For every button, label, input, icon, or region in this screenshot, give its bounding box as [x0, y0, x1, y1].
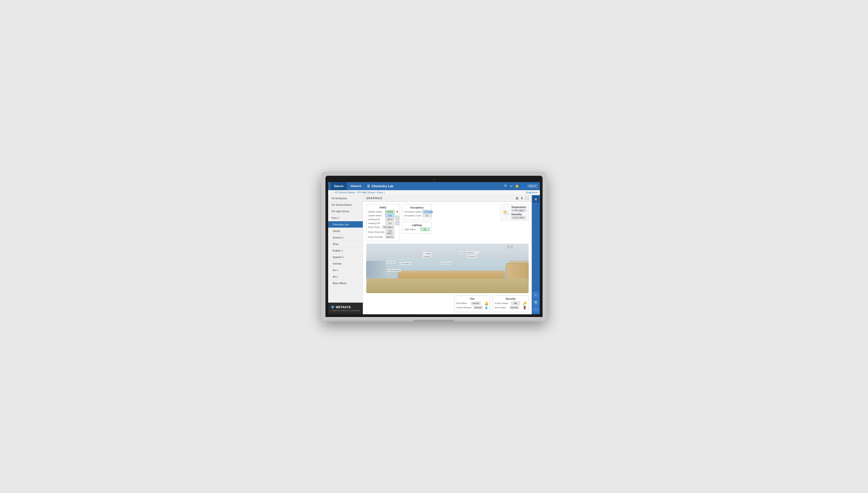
humidity-label: Humidity	[511, 213, 526, 216]
graphics-dropdown-btn[interactable]: Graphics ▾	[526, 191, 538, 194]
metasys-icon	[331, 305, 334, 309]
hamburger-icon[interactable]: ☰	[367, 184, 370, 188]
occupancy-status-value[interactable]: Occupied	[423, 210, 432, 213]
hvac-img-block-2	[395, 221, 399, 225]
page-title-area: ☰ Chemistry Lab	[365, 184, 504, 188]
sidebar-item-chemistry-lab[interactable]: Chemistry Lab	[328, 221, 363, 228]
sidebar-item-jci-enterprise[interactable]: JCI Enterprise	[328, 195, 363, 202]
lighting-status-row: Light Status On	[404, 228, 429, 231]
occupancy-count-label: Occupancy Count	[404, 214, 421, 217]
security-door-status-row: Door Status Normal 🚪	[495, 306, 527, 309]
occupancy-status-row: Occupancy Status Occupied	[404, 210, 429, 213]
sidebar-item-jci-high-school[interactable]: JCI High School	[328, 208, 363, 215]
hvac-system-status: System Status Enable	[368, 210, 394, 213]
sidebar-item-german[interactable]: German	[328, 260, 363, 267]
content-area: GRAPHICS ⊞ ⬇ ⛶ HVAC	[363, 195, 532, 314]
graphics-label: Graphics	[526, 191, 536, 194]
hvac-room-temp: Room Temp 70.8 deg F	[368, 226, 394, 229]
sidebar-item-jci-school-district[interactable]: JCI School District	[328, 202, 363, 208]
user-menu[interactable]: RJo ▾	[527, 184, 538, 188]
fire-smoke-detector-value[interactable]: Normal	[473, 306, 483, 309]
temperature-value[interactable]: C 79.1 deg F	[511, 209, 526, 212]
grid-icon[interactable]: ⊞	[516, 196, 519, 200]
zoom-out-button[interactable]: −	[533, 306, 539, 313]
breadcrumb-ellipsis[interactable]: ...	[330, 191, 332, 194]
download-icon[interactable]: ⬇	[520, 196, 524, 200]
fire-pull-station-value[interactable]: Normal	[471, 302, 481, 305]
annotation-net-stat[interactable]: Net Stat	[387, 261, 395, 263]
lighting-panel: Lighting Light Status On	[402, 222, 431, 234]
screen: Spaces Network ☰ Chemistry Lab 🔍 ✏ 🔔 👤 R…	[328, 182, 540, 314]
zoom-fit-button[interactable]: ⊞	[533, 299, 539, 305]
security-door-status-label: Door Status	[495, 306, 506, 309]
fire-pull-station-icon: 🔔	[485, 301, 488, 305]
humidity-value[interactable]: C 54.3 %RH	[511, 216, 526, 219]
hvac-cooling-coil-label: Cooling Coil	[368, 218, 380, 220]
security-panel: Security Access Status Idle 🔑 Door Statu…	[493, 295, 529, 312]
room-3d-view[interactable]: CB-101 — Strobe Lighting Smoke Detector …	[366, 243, 529, 293]
annotation-strobe[interactable]: — Strobe	[423, 252, 432, 255]
edit-icon[interactable]: ✏	[510, 184, 513, 188]
hvac-room-humidity-value[interactable]: 36.0 %	[385, 235, 394, 239]
weather-icon: ⛅	[503, 209, 509, 216]
breadcrumb-jci-school-district[interactable]: JCI School District	[335, 191, 355, 194]
hvac-heating-coil-value[interactable]: 0.0	[385, 222, 394, 225]
security-door-icon: 🚪	[523, 306, 527, 309]
security-door-status-value[interactable]: Normal	[510, 306, 519, 309]
hvac-room-humidity-label: Room Humidity	[368, 236, 383, 238]
annotation-smoke-detector[interactable]: Smoke Detector ——	[460, 252, 479, 254]
metasys-name: METASYS	[336, 305, 351, 309]
sidebar-item-english1[interactable]: English 1	[328, 248, 363, 254]
user-icon[interactable]: 👤	[521, 184, 525, 188]
side-controls: ⊞ + ⊞ −	[532, 195, 540, 314]
tab-network[interactable]: Network	[347, 182, 365, 190]
fire-smoke-detector-row: Smoke Detector Normal 💧	[456, 306, 488, 309]
sidebar-item-spanish1[interactable]: Spanish 1	[328, 254, 363, 260]
fire-panel: Fire Pull Station Normal 🔔 Smoke Detecto…	[454, 295, 490, 312]
hvac-system-status-value[interactable]: Enable	[385, 210, 394, 213]
fullscreen-icon[interactable]: ⛶	[525, 196, 529, 200]
breadcrumb-floor1[interactable]: Floor 1	[377, 191, 385, 194]
weather-widget: ⛅ Temperature C 79.1 deg F Humidity C 54…	[500, 204, 529, 221]
lab-floor	[366, 278, 529, 293]
camera-dot	[433, 178, 435, 180]
hvac-room-temp-slpt: Room Temp Slpt 72.0 deg F	[368, 229, 394, 235]
hvac-room-temp-slpt-value[interactable]: 72.0 deg F	[385, 229, 394, 235]
sidebar-item-floor1[interactable]: Floor 1	[328, 215, 363, 221]
hvac-cooling-coil-value[interactable]: 100 %	[385, 218, 394, 221]
search-icon[interactable]: 🔍	[504, 184, 508, 188]
breadcrumb-items: ... › JCI School District › JCI High Sch…	[330, 191, 385, 194]
zoom-in-button[interactable]: +	[533, 292, 539, 298]
hvac-cooling-coil: Cooling Coil 100 %	[368, 218, 394, 221]
sidebar-item-shop[interactable]: Shop	[328, 241, 363, 248]
layers-button[interactable]: ⊞	[533, 196, 539, 202]
tab-spaces[interactable]: Spaces	[330, 182, 347, 190]
notifications-icon[interactable]: 🔔	[515, 184, 519, 188]
lighting-status-value[interactable]: On	[421, 228, 429, 231]
occupancy-count-value[interactable]: C1	[423, 214, 432, 217]
temperature-label: Temperature	[511, 206, 526, 209]
sidebar-item-main-offices[interactable]: Main Offices	[328, 280, 363, 286]
sidebar-item-art1[interactable]: Art 1	[328, 267, 363, 274]
hvac-system-status-label: System Status	[368, 211, 382, 213]
metasys-copyright: © Johnson Controls, Plc. 2013-2018	[331, 309, 360, 312]
sidebar-item-science1[interactable]: Science 1	[328, 234, 363, 241]
tabs-container: Spaces Network	[330, 182, 365, 190]
content-wrapper: GRAPHICS ⊞ ⬇ ⛶ HVAC	[363, 195, 540, 314]
annotation-camera[interactable]: ● Camera	[467, 255, 476, 258]
breadcrumb-jci-high-school[interactable]: JCI High School	[357, 191, 375, 194]
hvac-system-mode-label: System Mode	[368, 214, 381, 217]
security-access-status-value[interactable]: Idle	[511, 302, 520, 305]
sidebar-item-art2[interactable]: Art 2	[328, 274, 363, 280]
laptop-shell: Spaces Network ☰ Chemistry Lab 🔍 ✏ 🔔 👤 R…	[321, 172, 547, 322]
sidebar-item-library[interactable]: Library	[328, 228, 363, 234]
hvac-side: *	[395, 210, 399, 239]
hvac-room-temp-value[interactable]: 70.8 deg F	[382, 226, 394, 229]
top-bar: Spaces Network ☰ Chemistry Lab 🔍 ✏ 🔔 👤 R…	[328, 182, 540, 190]
annotation-lighting[interactable]: Lighting	[423, 255, 431, 258]
annotation-pull-station[interactable]: Pull Station	[400, 262, 410, 265]
main-layout: JCI Enterprise JCI School District JCI H…	[328, 195, 540, 314]
annotation-fume-hood[interactable]: Fume Hood	[441, 262, 452, 264]
hvac-system-mode-value[interactable]: Auto	[385, 214, 394, 217]
annotation-card-reader[interactable]: ● Card Reader	[387, 269, 401, 272]
